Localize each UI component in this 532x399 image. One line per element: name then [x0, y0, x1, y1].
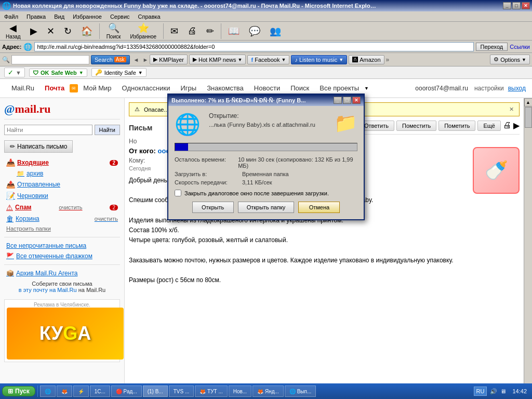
progress-bar-fill — [175, 143, 188, 151]
globe-icon: 🌐 — [175, 112, 201, 137]
taskbar-item-4[interactable]: 1С... — [90, 385, 110, 397]
dialog-opening-label: Открытие: — [209, 112, 326, 119]
time-left-label: Осталось времени: — [175, 156, 238, 169]
speed-row: Скорость передачи: 3,11 КБ/сек — [175, 179, 357, 185]
dialog-maximize-button[interactable]: □ — [343, 97, 351, 104]
taskbar-item-1[interactable]: 🌐 — [40, 385, 56, 397]
time-left-value: 10 мин 30 сек (скопировано: 132 КБ из 1,… — [238, 156, 357, 169]
taskbar-item-5[interactable]: 🔴 Рад... — [111, 385, 142, 397]
start-button[interactable]: ⊞ Пуск — [2, 386, 35, 396]
save-to-value: Временная папка — [242, 171, 289, 177]
save-to-row: Загрузить в: Временная папка — [175, 171, 357, 177]
dialog-title: Выполнено: 7% из Б·Ñ€Ð»Ð»Ñ·ÐÑ·Ñ· (Funny … — [171, 97, 305, 103]
taskbar-separator — [37, 385, 38, 397]
speed-label: Скорость передачи: — [175, 179, 242, 185]
open-file-button[interactable]: Открыть — [192, 202, 234, 213]
close-on-complete-row: Закрыть диалоговое окно после завершения… — [175, 190, 357, 196]
speed-value: 3,11 КБ/сек — [242, 179, 272, 185]
dialog-close-button[interactable]: ✕ — [352, 97, 361, 104]
open-folder-button[interactable]: Открыть папку — [238, 202, 295, 213]
close-on-complete-label: Закрыть диалоговое окно после завершения… — [184, 190, 329, 196]
dialog-filename: ...лька (Funny Baby).xls с af.attachmail… — [209, 122, 326, 128]
taskbar-right: RU 🔊 🖥 14:42 — [474, 387, 530, 396]
lang-indicator[interactable]: RU — [474, 387, 487, 396]
taskbar-item-8[interactable]: 🦊 ТУТ ... — [195, 385, 227, 397]
taskbar: ⊞ Пуск 🌐 🦊 ⚡ 1С... 🔴 Рад... (1) В... TVS… — [0, 383, 532, 399]
taskbar-item-7[interactable]: TVS ... — [169, 385, 194, 397]
folder-icon: 📁 — [334, 112, 357, 134]
network-icon[interactable]: 🖥 — [500, 388, 506, 394]
save-to-label: Загрузить в: — [175, 171, 242, 177]
windows-icon: ⊞ — [8, 388, 13, 395]
taskbar-item-3[interactable]: ⚡ — [73, 385, 89, 397]
start-label: Пуск — [15, 388, 30, 395]
close-on-complete-checkbox[interactable] — [175, 190, 181, 196]
taskbar-item-2[interactable]: 🦊 — [57, 385, 72, 397]
dialog-titlebar: Выполнено: 7% из Б·Ñ€Ð»Ð»Ñ·ÐÑ·Ñ· (Funny … — [168, 95, 364, 106]
dialog-actions: Открыть Открыть папку Отмена — [175, 202, 357, 213]
dialog-minimize-button[interactable]: _ — [334, 97, 342, 104]
download-dialog: Выполнено: 7% из Б·Ñ€Ð»Ð»Ñ·ÐÑ·Ñ· (Funny … — [167, 94, 365, 220]
dialog-body: 🌐 Открытие: ...лька (Funny Baby).xls с a… — [168, 106, 364, 219]
volume-icon[interactable]: 🔊 — [490, 388, 497, 395]
system-clock: 14:42 — [509, 387, 530, 395]
taskbar-item-10[interactable]: 🦊 Янд... — [252, 385, 284, 397]
cancel-button[interactable]: Отмена — [298, 202, 340, 213]
taskbar-item-9[interactable]: Нов... — [229, 385, 251, 397]
progress-bar — [175, 143, 357, 151]
taskbar-item-11[interactable]: 🌐 Вып... — [285, 385, 316, 397]
dialog-overlay: Выполнено: 7% из Б·Ñ€Ð»Ð»Ñ·ÐÑ·Ñ· (Funny … — [0, 0, 532, 399]
taskbar-item-6[interactable]: (1) В... — [143, 385, 168, 397]
time-left-row: Осталось времени: 10 мин 30 сек (скопиро… — [175, 156, 357, 169]
